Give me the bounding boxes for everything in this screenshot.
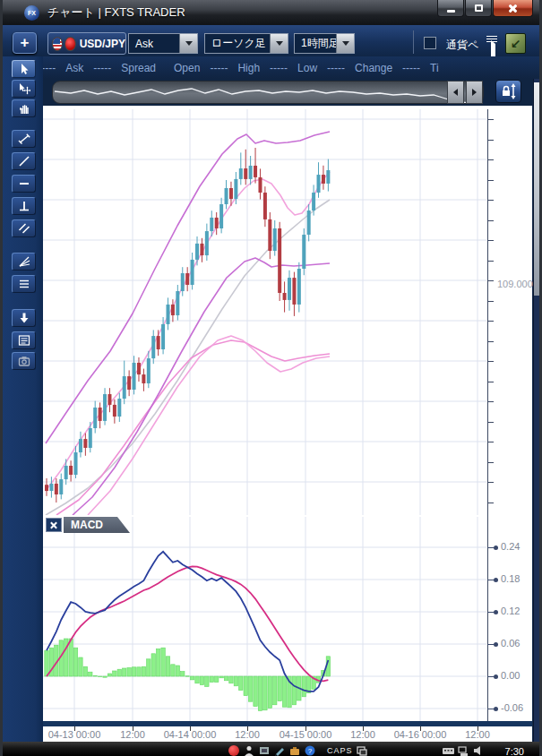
chevron-down-icon (342, 41, 349, 46)
time-axis-label: 04-13 00:00 (48, 729, 101, 740)
navigator-bar[interactable] (52, 81, 484, 104)
infobar-item: Ask (65, 62, 83, 74)
macd-axis-tick (487, 676, 494, 677)
dropdown-arrow-button[interactable] (336, 34, 354, 53)
note-lines-icon (18, 334, 30, 347)
list-menu-icon[interactable] (486, 34, 499, 50)
macd-close-button[interactable] (46, 518, 62, 532)
infobar-item: ----- (402, 62, 420, 74)
vertical-scrollbar[interactable] (533, 79, 542, 742)
trendline-tool-button[interactable] (12, 152, 36, 170)
arrow-left-icon (453, 89, 458, 96)
macd-axis-dot (494, 707, 498, 711)
price-side-dropdown[interactable]: Ask (128, 33, 198, 54)
close-icon (50, 521, 58, 529)
macd-axis-dot (494, 610, 498, 614)
price-axis-tick (487, 200, 494, 201)
app-window: FX チャート | FXTS TRADER + USD/JPY Ask ローソク… (0, 0, 542, 756)
notes-button[interactable] (12, 331, 36, 349)
price-axis-tick (487, 301, 494, 302)
macd-axis-label: 0.18 (501, 573, 520, 584)
app-tray-icon[interactable] (259, 745, 270, 756)
pair-panel-checkbox[interactable] (424, 37, 436, 49)
record-status-icon[interactable] (228, 745, 239, 756)
vertical-line-tool-button[interactable] (12, 197, 36, 215)
price-axis-tick (487, 382, 494, 382)
close-icon (508, 4, 518, 13)
timeframe-value: 1時間足 (295, 36, 336, 51)
minimize-icon (447, 10, 455, 13)
toolbar-separator (413, 30, 414, 54)
fibonacci-tool-button[interactable] (12, 275, 36, 293)
price-axis-tick (487, 119, 494, 120)
pen-tool-icon[interactable] (274, 745, 285, 756)
network-icon[interactable] (458, 745, 469, 756)
scrollbar-thumb[interactable] (534, 82, 542, 296)
price-axis-tick (487, 240, 494, 241)
jp-flag-icon (65, 37, 75, 51)
price-axis-tick (487, 482, 494, 483)
macd-chart[interactable] (43, 517, 486, 721)
macd-axis-label: -0.06 (501, 702, 523, 713)
download-data-button[interactable] (12, 309, 36, 327)
keyboard-icon[interactable] (443, 745, 453, 756)
price-axis-tick (487, 503, 494, 503)
infobar-item: ----- (270, 62, 288, 74)
cursor-icon (18, 63, 30, 75)
regression-tool-button[interactable] (12, 130, 36, 148)
window-tray-icon[interactable] (357, 745, 367, 756)
macd-axis-dot (494, 642, 498, 647)
scroll-left-button[interactable] (447, 81, 464, 104)
price-axis-tick (487, 180, 494, 181)
time-axis-label: 12:00 (235, 729, 260, 740)
windows-taskbar[interactable]: ? CAPS 7:30 (0, 742, 542, 756)
lock-updown-icon (502, 83, 516, 99)
pointer-move-tool-button[interactable] (12, 80, 36, 98)
main-chart[interactable] (43, 109, 486, 515)
time-axis-label: 04-15 00:00 (280, 729, 332, 740)
parallel-lines-tool-button[interactable] (12, 219, 36, 237)
minimize-button[interactable] (437, 0, 464, 17)
chart-type-dropdown[interactable]: ローソク足 (204, 33, 288, 54)
chart-toolbar: + USD/JPY Ask ローソク足 1時間足 通貨ペ ↙ (3, 25, 539, 56)
speaker-icon[interactable] (473, 745, 484, 756)
macd-axis-label: 0.24 (501, 541, 520, 552)
scroll-right-button[interactable] (466, 81, 483, 104)
pointer-tool-button[interactable] (12, 60, 36, 78)
macd-tab-label: MACD (71, 519, 103, 531)
navigator-sparkline (53, 82, 484, 104)
svg-text:?: ? (308, 747, 313, 755)
symbol-selector[interactable]: USD/JPY (47, 32, 126, 55)
dropdown-arrow-button[interactable] (179, 34, 197, 53)
price-axis-label: 109.000 (497, 279, 533, 289)
help-icon[interactable]: ? (305, 745, 315, 756)
snapshot-button[interactable] (12, 352, 36, 370)
time-axis-label: 12:00 (465, 729, 490, 740)
close-button[interactable] (493, 0, 533, 17)
system-tray[interactable]: ? CAPS (228, 743, 372, 756)
user-icon[interactable] (244, 745, 254, 756)
fan-lines-tool-button[interactable] (12, 253, 36, 271)
app-icon: FX (24, 5, 39, 21)
fib-levels-icon (18, 278, 30, 290)
infobar-item: Low (297, 62, 317, 74)
vertical-line-icon (18, 200, 30, 212)
hand-pan-tool-button[interactable] (12, 99, 36, 117)
add-chart-button[interactable]: + (13, 32, 37, 54)
timeframe-dropdown[interactable]: 1時間足 (294, 33, 355, 54)
dropdown-arrow-button[interactable] (270, 34, 288, 53)
dock-to-panel-button[interactable]: ↙ (505, 33, 526, 54)
arrow-right-icon (472, 89, 477, 96)
price-axis-tick (487, 401, 494, 402)
briefcase-icon[interactable] (289, 745, 300, 756)
infobar-item: Ti (430, 62, 439, 74)
tray-right-icons[interactable] (443, 744, 488, 756)
lock-scale-button[interactable] (495, 80, 521, 103)
tray-clock: 7:30 (505, 746, 524, 756)
camera-icon (18, 355, 30, 367)
maximize-button[interactable] (465, 0, 492, 17)
price-axis-tick (487, 442, 494, 442)
time-axis[interactable]: 04-13 00:0012:0004-14 00:0012:0004-15 00… (43, 726, 532, 742)
titlebar[interactable]: FX チャート | FXTS TRADER (0, 0, 542, 25)
horizontal-line-tool-button[interactable] (12, 175, 36, 193)
